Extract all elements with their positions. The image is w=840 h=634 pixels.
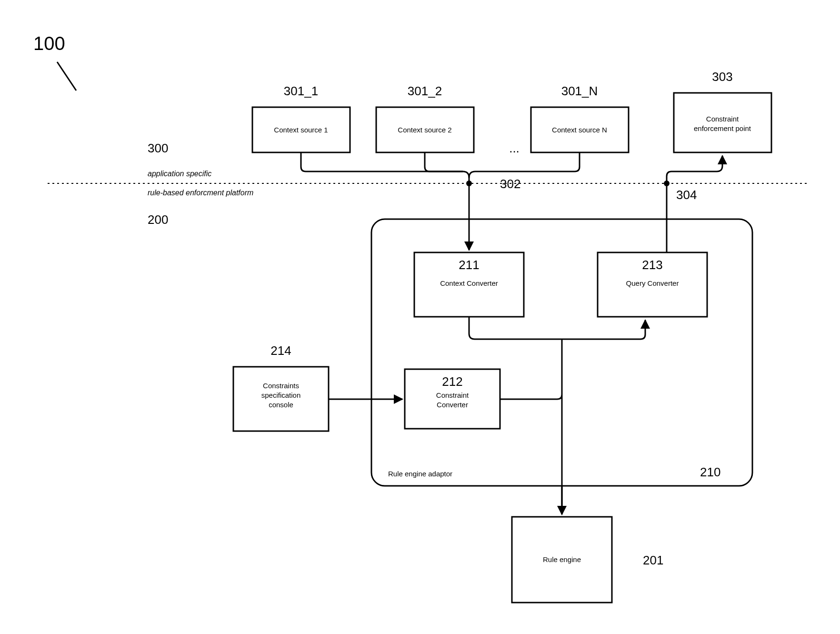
context-converter-num: 211 (459, 258, 479, 272)
context-converter-label: Context Converter (440, 279, 498, 287)
context-source-1-num: 301_1 (284, 84, 318, 98)
query-converter-num: 213 (642, 258, 662, 272)
junction-query-label: 304 (676, 188, 697, 202)
rule-engine-label: Rule engine (543, 555, 581, 564)
junction-context-label: 302 (500, 177, 520, 191)
query-converter-label: Query Converter (626, 279, 679, 287)
constraints-console-label-1: Constraints (263, 382, 299, 390)
rule-engine-num: 201 (643, 553, 663, 567)
rule-engine-adaptor-num: 210 (700, 465, 720, 479)
constraint-enforcement-point-num: 303 (712, 70, 732, 84)
figure-id-label: 100 (33, 33, 65, 54)
rule-engine-adaptor-label: Rule engine adaptor (388, 470, 452, 478)
lower-region-num: 200 (148, 212, 168, 227)
upper-region-label: application specific (148, 170, 211, 178)
constraint-enforcement-point-label-1: Constraint (706, 115, 739, 123)
upper-region-num: 300 (148, 141, 168, 155)
lower-region-label: rule-based enforcment platform (148, 189, 253, 197)
context-source-n-label: Context source N (552, 126, 607, 134)
constraint-enforcement-point-label-2: enforcement point (694, 124, 751, 132)
constraint-converter-label-2: Converter (437, 401, 468, 409)
constraints-console-num: 214 (270, 343, 291, 358)
constraint-converter-num: 212 (442, 374, 462, 389)
constraints-console-label-2: specification (261, 391, 301, 399)
svg-line-0 (57, 62, 76, 91)
context-source-1-label: Context source 1 (274, 126, 328, 134)
constraint-converter-label-1: Constraint (436, 391, 469, 399)
context-source-n-num: 301_N (561, 84, 598, 98)
context-source-2-num: 301_2 (408, 84, 442, 98)
constraints-console-label-3: console (269, 401, 293, 409)
context-sources-ellipsis: ... (509, 141, 520, 155)
context-source-2-label: Context source 2 (398, 126, 451, 134)
